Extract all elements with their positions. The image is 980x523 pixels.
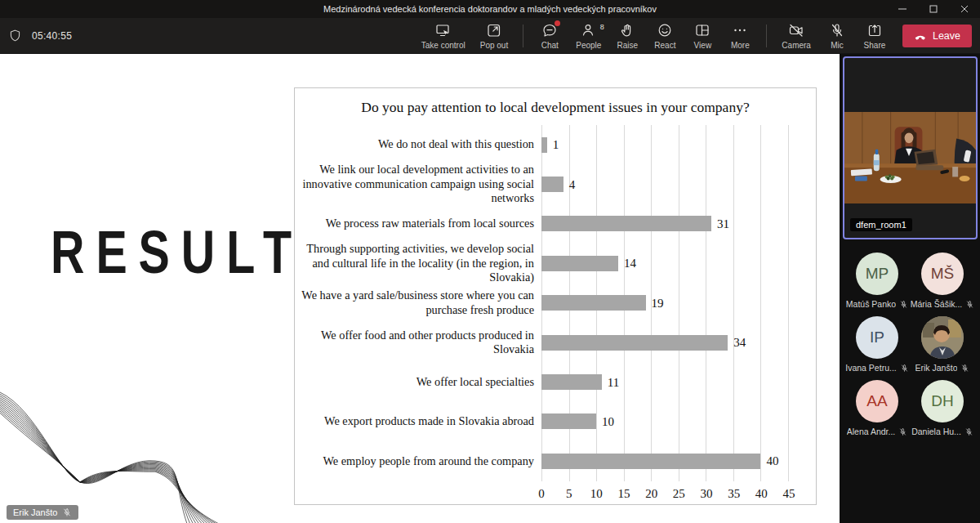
chart-bar [541,335,728,351]
more-icon [732,22,748,38]
chart-value-label: 40 [766,454,778,468]
mic-muted-icon [960,364,969,373]
shared-presentation-slide: RESULTS Do you pay attention to local de… [0,54,840,523]
chart-bar [541,177,564,192]
chart-row: We have a yard sale/business store where… [295,284,789,323]
avatar-initials: MŠ [921,253,964,295]
camera-button[interactable]: Camera [775,20,817,51]
mic-muted-icon [900,364,909,373]
chart-plot-cell: 19 [541,284,789,323]
chart-row: We do not deal with this question1 [295,125,789,164]
toolbar-divider [523,25,523,47]
mic-muted-icon [899,300,908,309]
react-icon [657,22,673,38]
chart-bar [541,216,711,231]
react-button[interactable]: React [647,20,683,51]
participant-tile-alena-andr[interactable]: AA Alena Andr... [844,380,910,436]
leave-button[interactable]: Leave [902,25,972,47]
chart-category-label: We have a yard sale/business store where… [295,284,541,323]
people-icon: 8 [581,22,597,38]
participant-name: Erik Janšto [915,363,958,373]
avatar-initials: MP [856,253,898,295]
chart-plot-cell: 14 [541,244,789,283]
x-axis-tick: 10 [590,487,603,501]
chart-category-label: We employ people from around the company [295,441,541,481]
active-speaker-video-tile[interactable]: dfem_room1 [843,56,978,239]
camera-off-icon [788,22,804,38]
x-axis-tick: 5 [566,487,572,501]
chart-value-label: 31 [717,217,729,230]
raise-hand-icon [619,22,635,38]
close-button[interactable] [949,0,980,18]
mic-muted-icon [898,427,907,436]
chart-x-axis: 051015202530354045 [295,487,789,503]
participants-grid: MP Matúš Panko MŠ Mária Šášik... IP [840,253,980,436]
window-controls [887,0,980,18]
chart-category-label: We offer food and other products produce… [295,323,541,362]
chart-value-label: 4 [569,177,576,191]
chart-bar [541,374,602,390]
chart-bar [541,256,618,271]
chart-row: We offer food and other products produce… [295,323,789,362]
take-control-button[interactable]: Take control [415,20,472,51]
shield-icon [8,29,22,42]
people-count-badge: 8 [600,23,604,31]
meeting-timer: 05:40:55 [32,30,72,42]
survey-bar-chart: Do you pay attention to local developmen… [294,87,817,505]
chart-value-label: 14 [624,257,636,270]
view-button[interactable]: View [684,20,720,51]
chart-value-label: 11 [608,375,619,389]
chart-plot-cell: 34 [541,323,789,362]
chart-category-label: We link our local development activities… [295,164,541,203]
chart-plot-cell: 11 [541,362,789,401]
participant-name: Alena Andr... [847,427,896,436]
chat-icon [541,22,558,38]
x-axis-tick: 25 [673,487,685,501]
participant-tile-ivana-petru[interactable]: IP Ivana Petru... [844,316,910,373]
minimize-button[interactable] [887,0,918,18]
x-axis-tick: 30 [701,487,713,501]
avatar-initials: IP [856,316,898,359]
chart-value-label: 19 [652,296,664,310]
chart-plot-cell: 4 [541,164,789,203]
mic-muted-icon [964,427,973,436]
mic-button[interactable]: Mic [819,20,855,51]
participants-sidebar: dfem_room1 MP Matúš Panko MŠ Mária Šášik… [840,54,980,523]
x-axis-tick: 40 [755,487,768,501]
participant-name: Mária Šášik... [911,299,963,309]
avatar-initials: AA [856,380,898,422]
chart-row: We process raw materials from local sour… [295,204,789,244]
chart-value-label: 10 [602,414,614,428]
pop-out-icon [486,22,502,38]
meeting-toolbar: 05:40:55 Take control Pop out Chat 8 Peo… [0,18,980,54]
pop-out-button[interactable]: Pop out [474,20,514,51]
chat-button[interactable]: Chat [532,20,568,51]
mic-muted-icon [62,507,72,517]
raise-hand-button[interactable]: Raise [609,20,645,51]
participant-tile-erik-jansto[interactable]: Erik Janšto [910,316,975,373]
maximize-button[interactable] [918,0,949,18]
video-feed [844,112,976,203]
chart-title: Do you pay attention to local developmen… [295,99,816,116]
people-button[interactable]: 8 People [569,20,608,51]
x-axis-tick: 20 [645,487,657,501]
decorative-wave-lines [0,386,255,523]
more-button[interactable]: More [722,20,758,51]
participant-name: Ivana Petru... [845,363,896,373]
chart-row: We export products made in Slovakia abro… [295,402,789,441]
participant-tile-daniela-hu[interactable]: DH Daniela Hu... [910,380,975,436]
participant-tile-maria-sasik[interactable]: MŠ Mária Šášik... [910,253,975,309]
participant-tile-matus-panko[interactable]: MP Matúš Panko [844,253,910,309]
view-icon [694,22,710,38]
chart-bar [541,454,760,469]
toolbar-divider [766,25,767,47]
chart-row: Through supporting activities, we develo… [295,244,789,283]
presenter-name: Erik Janšto [13,507,57,517]
share-button[interactable]: Share [857,20,893,51]
chart-row: We offer local specialties11 [295,362,789,401]
teams-meeting-window: Medzinárodná vedecká konferencia doktora… [0,0,980,523]
presenter-name-badge: Erik Janšto [7,505,78,520]
chart-category-label: We do not deal with this question [295,125,541,164]
avatar-photo [921,316,964,359]
chart-bar [541,413,596,429]
